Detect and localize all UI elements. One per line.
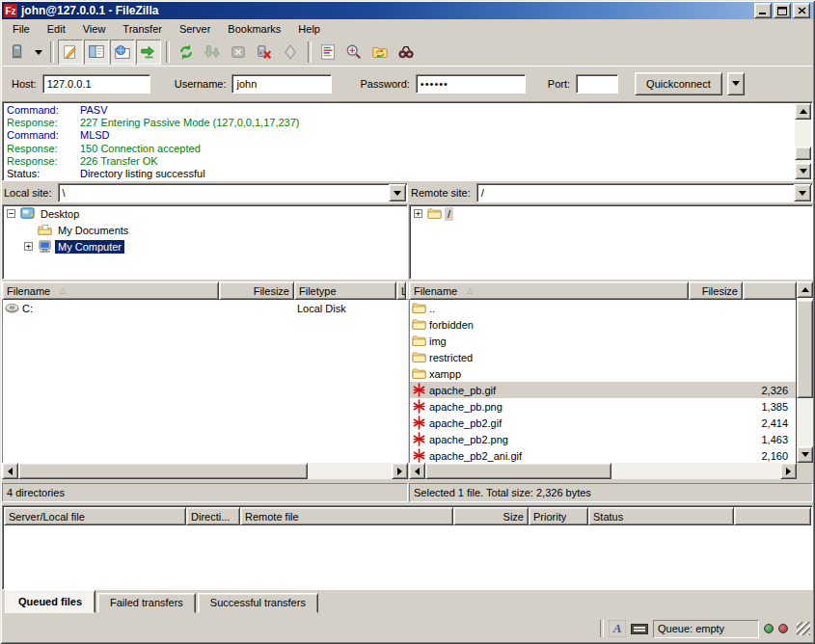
menu-item-edit[interactable]: Edit <box>39 21 74 37</box>
local-site-combobox[interactable]: \ <box>58 183 408 202</box>
column-header-server-local-file[interactable]: Server/Local file <box>4 507 186 525</box>
column-header-label: Filetype <box>299 285 337 297</box>
disconnect-button[interactable] <box>252 40 277 65</box>
remote-vscrollbar[interactable] <box>797 282 813 463</box>
directory-comparison-button[interactable] <box>341 40 367 65</box>
file-row-restricted[interactable]: restricted <box>410 349 796 365</box>
queue-tabs: Queued filesFailed transfersSuccessful t… <box>2 590 813 615</box>
file-row-apache-pb2-ani-gif[interactable]: apache_pb2_ani.gif2,160 <box>410 447 796 463</box>
scroll-left-icon[interactable] <box>2 463 18 479</box>
toggle-local-tree-button[interactable] <box>84 40 109 65</box>
file-row-apache-pb-gif[interactable]: apache_pb.gif2,326 <box>410 382 796 398</box>
expand-icon[interactable]: + <box>414 209 422 218</box>
synchronized-browsing-button[interactable] <box>367 40 393 65</box>
quickconnect-bar: Host: Username: Password: Port: Quickcon… <box>2 66 813 100</box>
column-header-filesize[interactable]: Filesize <box>219 282 294 300</box>
menu-item-server[interactable]: Server <box>171 21 219 37</box>
column-header-status[interactable]: Status <box>588 507 734 525</box>
remote-site-combobox[interactable]: / <box>476 183 813 202</box>
username-input[interactable] <box>231 74 332 94</box>
toggle-transfer-queue-icon <box>140 43 157 61</box>
file-row-apache-pb-png[interactable]: apache_pb.png1,385 <box>410 398 796 415</box>
find-files-button[interactable] <box>394 40 419 65</box>
message-log: Command:PASVResponse:227 Entering Passiv… <box>2 101 813 181</box>
remote-vscrollbar-thumb[interactable] <box>797 300 813 398</box>
column-header-l[interactable]: L <box>396 282 406 300</box>
menu-item-view[interactable]: View <box>74 21 115 37</box>
column-header-remote-file[interactable]: Remote file <box>240 507 453 525</box>
refresh-button[interactable] <box>174 40 199 65</box>
filename-text: apache_pb2_ani.gif <box>429 450 522 462</box>
file-row-c[interactable]: C:Local Disk <box>3 300 407 316</box>
column-header-label: Filesize <box>702 285 738 297</box>
process-queue-button[interactable] <box>200 40 225 65</box>
file-row-[interactable]: .. <box>410 300 796 316</box>
port-input[interactable] <box>576 74 618 94</box>
speed-limits-icon[interactable] <box>631 624 648 634</box>
password-input[interactable] <box>416 74 526 94</box>
filename-filters-button[interactable] <box>315 40 340 65</box>
file-row-img[interactable]: img <box>410 333 796 349</box>
scroll-down-icon[interactable] <box>795 163 811 179</box>
close-button[interactable] <box>793 3 810 18</box>
toggle-transfer-queue-button[interactable] <box>136 40 161 65</box>
column-header-filename[interactable]: Filename△ <box>409 282 689 300</box>
file-row-apache-pb2-png[interactable]: apache_pb2.png1,463 <box>410 431 796 447</box>
log-line-label: Status: <box>7 168 80 180</box>
local-site-label: Local site: <box>2 187 58 199</box>
scroll-left-icon[interactable] <box>409 463 425 479</box>
tree-item-[interactable]: +/ <box>410 205 812 222</box>
local-hscrollbar-thumb[interactable] <box>18 463 308 479</box>
reconnect-button[interactable] <box>278 40 303 65</box>
ascii-data-type-icon[interactable]: A <box>609 620 626 637</box>
menu-item-transfer[interactable]: Transfer <box>114 21 171 37</box>
log-scrollbar[interactable] <box>795 103 811 179</box>
tree-item-desktop[interactable]: −Desktop <box>3 205 407 222</box>
scroll-down-icon[interactable] <box>797 446 813 463</box>
expand-icon[interactable]: + <box>24 242 33 251</box>
maximize-button[interactable] <box>774 3 791 18</box>
remote-site-dropdown-icon[interactable] <box>794 184 811 201</box>
cancel-operation-button[interactable] <box>226 40 251 65</box>
resize-grip[interactable] <box>797 622 810 635</box>
column-header-filesize[interactable]: Filesize <box>689 282 743 300</box>
scroll-up-icon[interactable] <box>795 103 811 120</box>
tab-queued-files[interactable]: Queued files <box>5 590 95 613</box>
filesize-cell: 2,326 <box>690 385 796 396</box>
log-scrollbar-thumb[interactable] <box>795 147 811 160</box>
collapse-icon[interactable]: − <box>7 209 15 218</box>
queue-status-box: Queue: empty <box>653 620 759 638</box>
menu-item-bookmarks[interactable]: Bookmarks <box>219 21 289 37</box>
scroll-right-icon[interactable] <box>780 463 797 479</box>
tab-successful-transfers[interactable]: Successful transfers <box>198 593 318 613</box>
remote-hscrollbar[interactable] <box>409 463 797 479</box>
file-row-apache-pb2-gif[interactable]: apache_pb2.gif2,414 <box>410 415 796 431</box>
column-header-priority[interactable]: Priority <box>529 507 588 525</box>
remote-hscrollbar-thumb[interactable] <box>425 463 611 479</box>
scroll-right-icon[interactable] <box>392 463 408 479</box>
tab-failed-transfers[interactable]: Failed transfers <box>97 593 196 613</box>
column-header-size[interactable]: Size <box>453 507 529 525</box>
scroll-up-icon[interactable] <box>797 282 813 298</box>
menu-item-help[interactable]: Help <box>289 21 329 37</box>
filename-text: .. <box>429 303 435 314</box>
local-hscrollbar[interactable] <box>2 463 408 479</box>
quickconnect-button[interactable]: Quickconnect <box>635 72 722 95</box>
toggle-remote-tree-button[interactable] <box>110 40 135 65</box>
file-row-xampp[interactable]: xampp <box>410 365 796 382</box>
column-header-filetype[interactable]: Filetype <box>294 282 396 300</box>
local-site-dropdown-icon[interactable] <box>389 184 406 201</box>
site-manager-button[interactable] <box>6 40 31 65</box>
column-header-filename[interactable]: Filename△ <box>2 282 219 300</box>
tree-item-my-documents[interactable]: My Documents <box>3 222 407 238</box>
minimize-button[interactable] <box>754 3 772 18</box>
toggle-message-log-button[interactable] <box>58 40 83 65</box>
host-input[interactable] <box>42 74 150 94</box>
menu-item-file[interactable]: File <box>4 21 39 37</box>
tree-item-my-computer[interactable]: +My Computer <box>3 238 407 255</box>
column-header-directi[interactable]: Directi... <box>186 507 240 525</box>
site-manager-dropdown-icon[interactable] <box>32 41 44 63</box>
folder-icon <box>412 350 426 364</box>
file-row-forbidden[interactable]: forbidden <box>410 316 796 333</box>
quickconnect-dropdown-button[interactable] <box>727 72 745 95</box>
